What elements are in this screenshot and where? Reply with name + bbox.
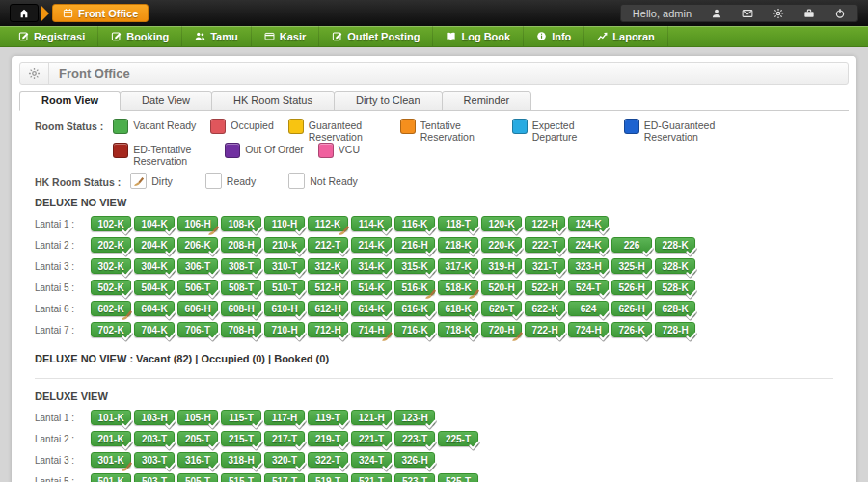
room-button-212-t[interactable]: 212-T — [308, 237, 348, 253]
room-button-525-t[interactable]: 525-T — [438, 473, 478, 482]
room-button-515-t[interactable]: 515-T — [221, 473, 261, 482]
room-button-203-t[interactable]: 203-T — [134, 431, 175, 446]
room-button-304-k[interactable]: 304-K — [134, 258, 175, 274]
room-button-224-k[interactable]: 224-K — [568, 237, 609, 253]
room-button-114-k[interactable]: 114-K — [351, 216, 392, 231]
room-button-706-t[interactable]: 706-T — [177, 322, 218, 337]
room-button-322-t[interactable]: 322-T — [308, 452, 348, 468]
gear-icon[interactable] — [773, 8, 784, 19]
room-button-316-t[interactable]: 316-T — [177, 452, 218, 468]
room-button-724-h[interactable]: 724-H — [568, 322, 609, 337]
room-button-722-h[interactable]: 722-H — [525, 322, 565, 337]
nav-item-registrasi[interactable]: Registrasi — [6, 26, 98, 46]
power-icon[interactable] — [834, 8, 846, 19]
room-button-302-k[interactable]: 302-K — [91, 258, 131, 274]
room-button-215-t[interactable]: 215-T — [221, 431, 261, 446]
room-button-205-t[interactable]: 205-T — [177, 431, 218, 446]
room-button-228-k[interactable]: 228-K — [655, 237, 695, 253]
tab-dirty-to-clean[interactable]: Dirty to Clean — [334, 91, 443, 111]
room-button-315-k[interactable]: 315-K — [394, 258, 435, 274]
room-button-714-h[interactable]: 714-H — [351, 322, 392, 337]
room-button-608-h[interactable]: 608-H — [221, 301, 261, 316]
room-button-108-k[interactable]: 108-K — [221, 216, 261, 231]
room-button-225-t[interactable]: 225-T — [438, 431, 478, 446]
room-button-204-k[interactable]: 204-K — [134, 237, 175, 253]
room-button-702-k[interactable]: 702-K — [91, 322, 131, 337]
room-button-103-h[interactable]: 103-H — [134, 410, 175, 425]
room-button-222-t[interactable]: 222-T — [525, 237, 565, 253]
room-button-120-k[interactable]: 120-K — [481, 216, 522, 231]
room-button-504-k[interactable]: 504-K — [134, 280, 175, 295]
room-button-306-t[interactable]: 306-T — [177, 258, 218, 274]
room-button-620-t[interactable]: 620-T — [481, 301, 522, 316]
room-button-110-h[interactable]: 110-H — [264, 216, 305, 231]
room-button-317-k[interactable]: 317-K — [438, 258, 478, 274]
room-button-303-t[interactable]: 303-T — [134, 452, 175, 468]
room-button-221-t[interactable]: 221-T — [351, 431, 392, 446]
room-button-101-k[interactable]: 101-K — [91, 410, 131, 425]
room-button-704-k[interactable]: 704-K — [134, 322, 175, 337]
tab-reminder[interactable]: Reminder — [442, 91, 532, 111]
room-button-508-t[interactable]: 508-T — [221, 280, 261, 295]
room-button-524-t[interactable]: 524-T — [568, 280, 609, 295]
room-button-720-h[interactable]: 720-H — [481, 322, 522, 337]
room-button-716-k[interactable]: 716-K — [394, 322, 435, 337]
nav-item-kasir[interactable]: Kasir — [252, 26, 320, 46]
room-button-319-h[interactable]: 319-H — [481, 258, 522, 274]
tab-hk-room-status[interactable]: HK Room Status — [211, 91, 335, 111]
room-button-506-t[interactable]: 506-T — [177, 280, 218, 295]
tab-room-view[interactable]: Room View — [19, 91, 121, 111]
room-button-710-h[interactable]: 710-H — [264, 322, 305, 337]
room-button-123-h[interactable]: 123-H — [394, 410, 435, 425]
breadcrumb-front-office-button[interactable]: Front Office — [52, 4, 149, 22]
room-button-528-k[interactable]: 528-K — [655, 280, 695, 295]
room-button-501-k[interactable]: 501-K — [91, 473, 131, 482]
tab-date-view[interactable]: Date View — [120, 91, 212, 111]
room-button-614-k[interactable]: 614-K — [351, 301, 392, 316]
room-button-314-k[interactable]: 314-K — [351, 258, 392, 274]
room-button-310-t[interactable]: 310-T — [264, 258, 305, 274]
room-button-201-k[interactable]: 201-K — [91, 431, 131, 446]
room-button-202-k[interactable]: 202-K — [91, 237, 131, 253]
room-button-320-t[interactable]: 320-T — [264, 452, 305, 468]
room-button-220-k[interactable]: 220-K — [481, 237, 522, 253]
room-button-516-k[interactable]: 516-K — [394, 280, 435, 295]
room-button-223-t[interactable]: 223-T — [394, 431, 435, 446]
room-button-214-k[interactable]: 214-K — [351, 237, 392, 253]
room-button-712-h[interactable]: 712-H — [308, 322, 348, 337]
room-button-208-h[interactable]: 208-H — [221, 237, 261, 253]
room-button-301-k[interactable]: 301-K — [91, 452, 131, 468]
room-button-217-t[interactable]: 217-T — [264, 431, 305, 446]
nav-item-outlet-posting[interactable]: Outlet Posting — [319, 26, 433, 46]
room-button-328-k[interactable]: 328-K — [655, 258, 695, 274]
room-button-526-h[interactable]: 526-H — [611, 280, 652, 295]
room-button-206-k[interactable]: 206-K — [177, 237, 218, 253]
room-button-708-h[interactable]: 708-H — [221, 322, 261, 337]
room-button-602-k[interactable]: 602-K — [91, 301, 131, 316]
room-button-624[interactable]: 624 — [568, 301, 609, 316]
room-button-728-h[interactable]: 728-H — [655, 322, 695, 337]
room-button-105-h[interactable]: 105-H — [177, 410, 218, 425]
room-button-102-k[interactable]: 102-K — [91, 216, 131, 231]
room-button-116-k[interactable]: 116-K — [394, 216, 435, 231]
room-button-610-h[interactable]: 610-H — [264, 301, 305, 316]
room-button-226[interactable]: 226 — [611, 237, 652, 253]
room-button-112-k[interactable]: 112-K — [308, 216, 348, 231]
room-button-514-k[interactable]: 514-K — [351, 280, 392, 295]
room-button-521-t[interactable]: 521-T — [351, 473, 392, 482]
room-button-512-h[interactable]: 512-H — [308, 280, 348, 295]
room-button-117-h[interactable]: 117-H — [264, 410, 305, 425]
room-button-628-k[interactable]: 628-K — [655, 301, 695, 316]
room-button-324-t[interactable]: 324-T — [351, 452, 392, 468]
room-button-106-h[interactable]: 106-H — [177, 216, 218, 231]
room-button-523-t[interactable]: 523-T — [394, 473, 435, 482]
room-button-210-k[interactable]: 210-k — [264, 237, 305, 253]
room-button-517-t[interactable]: 517-T — [264, 473, 305, 482]
room-button-122-h[interactable]: 122-H — [525, 216, 565, 231]
room-button-216-h[interactable]: 216-H — [394, 237, 435, 253]
nav-item-laporan[interactable]: Laporan — [584, 26, 667, 46]
room-button-606-h[interactable]: 606-H — [177, 301, 218, 316]
room-button-104-k[interactable]: 104-K — [134, 216, 175, 231]
room-button-618-k[interactable]: 618-K — [438, 301, 478, 316]
room-button-520-h[interactable]: 520-H — [481, 280, 522, 295]
